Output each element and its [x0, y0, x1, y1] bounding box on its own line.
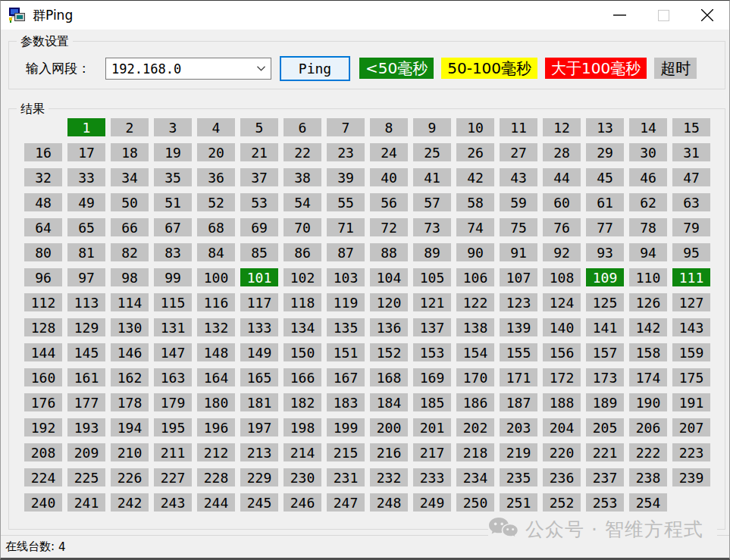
- host-cell: 203: [500, 418, 537, 436]
- host-cell: 43: [500, 168, 537, 186]
- host-cell: 223: [672, 443, 710, 461]
- params-groupbox: 参数设置 输入网段： 192.168.0 Ping <50毫秒50-100毫秒大…: [8, 41, 725, 89]
- host-cell: 230: [284, 468, 321, 486]
- host-cell: 134: [284, 318, 321, 336]
- host-cell: 5: [240, 118, 278, 136]
- window-controls: [597, 1, 729, 30]
- host-cell: 114: [111, 293, 149, 311]
- host-cell: 205: [586, 418, 624, 436]
- host-cell: 227: [154, 468, 192, 486]
- host-cell: 78: [629, 218, 667, 236]
- host-cell: 41: [413, 168, 451, 186]
- host-cell: 194: [111, 418, 149, 436]
- maximize-button[interactable]: [641, 1, 685, 30]
- host-cell: 36: [197, 168, 235, 186]
- host-cell: 91: [500, 243, 537, 261]
- host-cell: 116: [197, 293, 235, 311]
- host-cell: 22: [284, 143, 321, 161]
- host-cell: 188: [543, 393, 581, 411]
- host-cell: 140: [543, 318, 581, 336]
- host-cell: 229: [240, 468, 278, 486]
- host-cell: 12: [543, 118, 581, 136]
- host-cell: 74: [456, 218, 494, 236]
- host-cell: 2: [111, 118, 149, 136]
- minimize-button[interactable]: [597, 1, 641, 30]
- host-cell: 146: [111, 343, 149, 361]
- minimize-icon: [613, 14, 626, 16]
- host-cell: 202: [456, 418, 494, 436]
- host-cell: 35: [154, 168, 192, 186]
- host-cell: 193: [67, 418, 105, 436]
- host-cell: 201: [413, 418, 451, 436]
- host-cell: 154: [456, 343, 494, 361]
- host-cell: 173: [586, 368, 624, 386]
- host-cell: 71: [327, 218, 365, 236]
- host-cell: 178: [111, 393, 149, 411]
- host-cell: 3: [154, 118, 192, 136]
- host-cell: 107: [500, 268, 537, 286]
- host-cell: 121: [413, 293, 451, 311]
- host-cell: 251: [500, 493, 537, 512]
- host-cell: 88: [370, 243, 408, 261]
- host-cell: 118: [284, 293, 321, 311]
- host-cell: 233: [413, 468, 451, 486]
- host-cell: 142: [629, 318, 667, 336]
- host-cell: 49: [67, 193, 105, 211]
- host-cell: 38: [284, 168, 321, 186]
- host-cell: 119: [327, 293, 365, 311]
- host-cell: 139: [500, 318, 537, 336]
- host-cell: 234: [456, 468, 494, 486]
- host-cell: 240: [24, 493, 62, 512]
- host-cell: 63: [672, 193, 710, 211]
- host-cell: 190: [629, 393, 667, 411]
- host-cell: 215: [327, 443, 365, 461]
- host-cell: 47: [672, 168, 710, 186]
- host-cell: 238: [629, 468, 667, 486]
- host-cell: 46: [629, 168, 667, 186]
- host-cell: 196: [197, 418, 235, 436]
- host-cell: 53: [240, 193, 278, 211]
- network-segment-combobox[interactable]: 192.168.0: [105, 58, 271, 80]
- host-cell: 60: [543, 193, 581, 211]
- host-cell: 141: [586, 318, 624, 336]
- host-cell: 27: [500, 143, 537, 161]
- network-segment-value: 192.168.0: [106, 61, 251, 77]
- host-cell: 115: [154, 293, 192, 311]
- host-cell: 195: [154, 418, 192, 436]
- host-cell: 161: [67, 368, 105, 386]
- ping-button[interactable]: Ping: [280, 56, 350, 81]
- host-cell: 172: [543, 368, 581, 386]
- host-cell: 15: [672, 118, 710, 136]
- host-cell: 249: [413, 493, 451, 512]
- maximize-icon: [658, 10, 669, 21]
- host-cell-online: 109: [586, 268, 624, 286]
- host-cell: 45: [586, 168, 624, 186]
- host-cell: 83: [154, 243, 192, 261]
- host-cell: 175: [672, 368, 710, 386]
- host-cell: 125: [586, 293, 624, 311]
- host-cell: 237: [586, 468, 624, 486]
- host-cell: 213: [240, 443, 278, 461]
- close-button[interactable]: [685, 1, 729, 30]
- host-cell: 57: [413, 193, 451, 211]
- params-group-label: 参数设置: [17, 34, 73, 48]
- host-cell: 208: [24, 443, 62, 461]
- host-cell: 214: [284, 443, 321, 461]
- host-cell: 13: [586, 118, 624, 136]
- host-cell: 77: [586, 218, 624, 236]
- latency-legend: <50毫秒50-100毫秒大于100毫秒超时: [359, 58, 697, 79]
- host-cell: 90: [456, 243, 494, 261]
- host-cell: 198: [284, 418, 321, 436]
- host-cell: 164: [197, 368, 235, 386]
- host-cell: 132: [197, 318, 235, 336]
- host-cell: 40: [370, 168, 408, 186]
- host-cell: 152: [370, 343, 408, 361]
- chevron-down-icon[interactable]: [251, 66, 271, 71]
- host-cell: 170: [456, 368, 494, 386]
- host-cell: 245: [240, 493, 278, 512]
- host-cell: 231: [327, 468, 365, 486]
- host-cell: 72: [370, 218, 408, 236]
- host-cell: 28: [543, 143, 581, 161]
- host-cell: 218: [456, 443, 494, 461]
- host-cell: 143: [672, 318, 710, 336]
